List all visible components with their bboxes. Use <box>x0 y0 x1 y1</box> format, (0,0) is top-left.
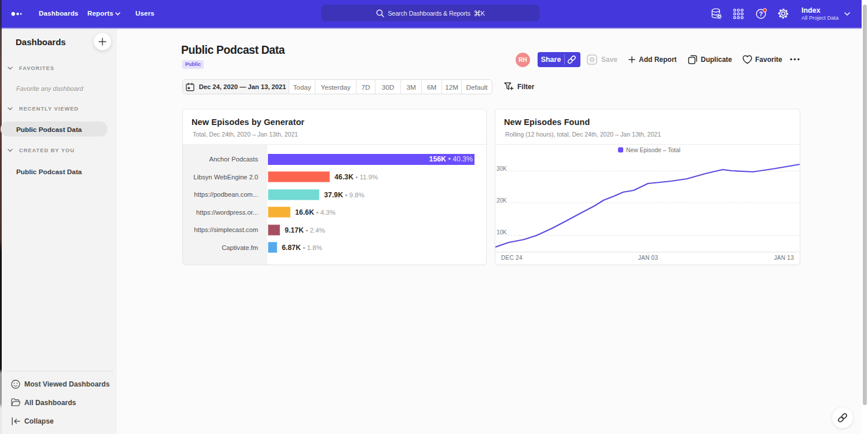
svg-text:JAN 03: JAN 03 <box>638 255 659 261</box>
svg-text:DEC 24: DEC 24 <box>501 255 523 261</box>
svg-text:New Episode – Total: New Episode – Total <box>626 147 681 153</box>
svg-text:20K: 20K <box>496 197 507 204</box>
svg-text:10K: 10K <box>496 229 507 236</box>
svg-text:JAN 13: JAN 13 <box>774 255 794 261</box>
svg-text:30K: 30K <box>496 165 507 172</box>
svg-text:?: ? <box>759 10 763 17</box>
